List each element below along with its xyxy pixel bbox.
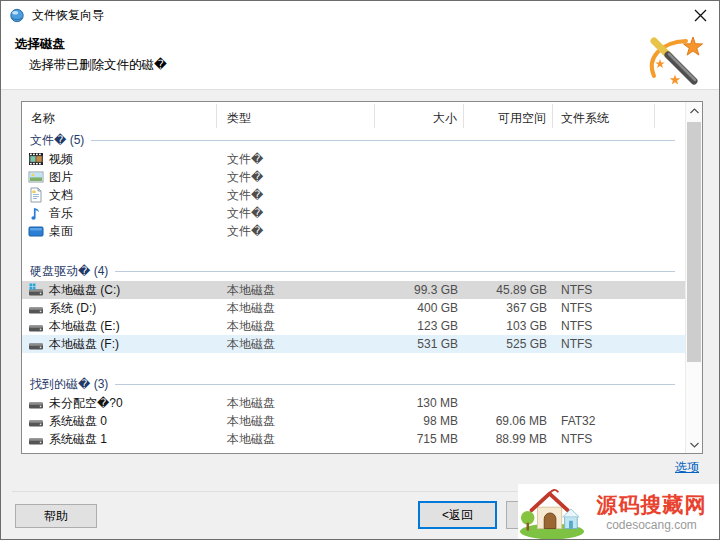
close-icon[interactable]	[689, 5, 711, 25]
column-header-filesystem[interactable]: 文件系统	[553, 104, 655, 128]
list-row[interactable]: 未分配空�?0本地磁盘130 MB	[22, 394, 685, 412]
list-section: 文件� (5)视频文件�图片文件�文档文件�音乐文件�桌面文件�	[22, 130, 685, 240]
column-header-type[interactable]: 类型	[217, 104, 375, 128]
group-title: 硬盘驱动� (4)	[30, 263, 115, 280]
help-button[interactable]: 帮助	[15, 504, 97, 528]
group-divider	[91, 140, 675, 141]
list-section: 硬盘驱动� (4)本地磁盘 (C:)本地磁盘99.3 GB45.89 GBNTF…	[22, 261, 685, 353]
watermark-house-icon	[518, 485, 586, 540]
row-type: 文件�	[217, 205, 375, 222]
row-name: 视频	[49, 151, 73, 168]
list-row[interactable]: 系统磁盘 0本地磁盘98 MB69.06 MBFAT32	[22, 412, 685, 430]
scroll-up-icon[interactable]	[686, 102, 702, 119]
row-name-cell: 图片	[22, 169, 217, 186]
watermark: 源码搜藏网 codesocang.com	[518, 484, 720, 540]
group-divider	[115, 384, 675, 385]
page-title: 选择磁盘	[15, 36, 65, 53]
drive-icon	[28, 413, 44, 429]
row-name-cell: 系统 (D:)	[22, 300, 217, 317]
picture-icon	[28, 169, 44, 185]
scrollbar-thumb[interactable]	[687, 122, 701, 362]
row-name: 系统 (D:)	[49, 300, 96, 317]
row-name: 未分配空�?0	[49, 395, 123, 412]
row-type: 文件�	[217, 151, 375, 168]
row-filesystem: NTFS	[553, 432, 655, 446]
watermark-domain: codesocang.com	[586, 518, 717, 532]
drive-icon	[28, 300, 44, 316]
document-icon	[28, 187, 44, 203]
row-free-space: 69.06 MB	[464, 414, 553, 428]
row-size: 130 MB	[375, 396, 464, 410]
disk-list: 名称 类型 大小 可用空间 文件系统 文件� (5)视频文件�图片文件�文档文件…	[21, 101, 703, 454]
group-header[interactable]: 硬盘驱动� (4)	[22, 261, 685, 281]
column-header-free-space[interactable]: 可用空间	[464, 104, 553, 128]
column-header-size[interactable]: 大小	[375, 104, 464, 128]
row-name-cell: 文档	[22, 187, 217, 204]
list-row[interactable]: 图片文件�	[22, 168, 685, 186]
list-row[interactable]: 音乐文件�	[22, 204, 685, 222]
row-size: 99.3 GB	[375, 283, 464, 297]
row-free-space: 367 GB	[464, 301, 553, 315]
file-recovery-wizard-window: 文件恢复向导 选择磁盘 选择带已删除文件的磁� 名称 类型 大小 可用空间 文件…	[0, 0, 720, 540]
row-name: 本地磁盘 (F:)	[49, 336, 119, 353]
window-title: 文件恢复向导	[32, 7, 104, 24]
row-size: 715 MB	[375, 432, 464, 446]
row-name-cell: 本地磁盘 (E:)	[22, 318, 217, 335]
row-filesystem: NTFS	[553, 337, 655, 351]
row-filesystem: NTFS	[553, 319, 655, 333]
list-row[interactable]: 视频文件�	[22, 150, 685, 168]
list-row[interactable]: 本地磁盘 (E:)本地磁盘123 GB103 GBNTFS	[22, 317, 685, 335]
row-type: 本地磁盘	[217, 336, 375, 353]
row-name: 桌面	[49, 223, 73, 240]
row-type: 文件�	[217, 169, 375, 186]
list-row[interactable]: 文档文件�	[22, 186, 685, 204]
titlebar: 文件恢复向导	[1, 1, 719, 29]
row-free-space: 88.99 MB	[464, 432, 553, 446]
row-size: 123 GB	[375, 319, 464, 333]
drive-icon	[28, 318, 44, 334]
wizard-header: 选择磁盘 选择带已删除文件的磁�	[1, 29, 719, 90]
magic-wand-icon	[641, 30, 711, 88]
row-size: 400 GB	[375, 301, 464, 315]
music-icon	[28, 205, 44, 221]
row-name: 本地磁盘 (E:)	[49, 318, 120, 335]
row-name: 文档	[49, 187, 73, 204]
group-divider	[115, 271, 675, 272]
row-filesystem: FAT32	[553, 414, 655, 428]
back-button[interactable]: <返回	[418, 501, 497, 529]
row-type: 文件�	[217, 223, 375, 240]
row-type: 本地磁盘	[217, 413, 375, 430]
list-row[interactable]: 系统磁盘 1本地磁盘715 MB88.99 MBNTFS	[22, 430, 685, 448]
row-size: 531 GB	[375, 337, 464, 351]
row-name: 图片	[49, 169, 73, 186]
list-row[interactable]: 系统 (D:)本地磁盘400 GB367 GBNTFS	[22, 299, 685, 317]
group-header[interactable]: 找到的磁� (3)	[22, 374, 685, 394]
row-name: 系统磁盘 0	[49, 413, 107, 430]
list-row[interactable]: 本地磁盘 (C:)本地磁盘99.3 GB45.89 GBNTFS	[22, 281, 685, 299]
video-icon	[28, 151, 44, 167]
row-type: 文件�	[217, 187, 375, 204]
row-name: 本地磁盘 (C:)	[49, 282, 120, 299]
desktop-icon	[28, 223, 44, 239]
drive-icon	[28, 395, 44, 411]
system-drive-icon	[28, 282, 44, 298]
row-name-cell: 本地磁盘 (C:)	[22, 282, 217, 299]
list-row[interactable]: 本地磁盘 (F:)本地磁盘531 GB525 GBNTFS	[22, 335, 685, 353]
column-header-name[interactable]: 名称	[22, 104, 217, 128]
row-free-space: 525 GB	[464, 337, 553, 351]
group-header[interactable]: 文件� (5)	[22, 130, 685, 150]
group-title: 找到的磁� (3)	[30, 376, 115, 393]
scroll-down-icon[interactable]	[686, 436, 702, 453]
list-rows: 文件� (5)视频文件�图片文件�文档文件�音乐文件�桌面文件�硬盘驱动� (4…	[22, 130, 685, 452]
list-section: 找到的磁� (3)未分配空�?0本地磁盘130 MB系统磁盘 0本地磁盘98 M…	[22, 374, 685, 448]
column-header-row: 名称 类型 大小 可用空间 文件系统	[22, 102, 685, 130]
group-title: 文件� (5)	[30, 132, 91, 149]
list-row[interactable]: 桌面文件�	[22, 222, 685, 240]
drive-icon	[28, 431, 44, 447]
row-filesystem: NTFS	[553, 283, 655, 297]
options-link[interactable]: 选项	[675, 459, 699, 476]
row-filesystem: NTFS	[553, 301, 655, 315]
page-subtitle: 选择带已删除文件的磁�	[29, 57, 167, 74]
scrollbar[interactable]	[685, 102, 702, 453]
row-type: 本地磁盘	[217, 395, 375, 412]
